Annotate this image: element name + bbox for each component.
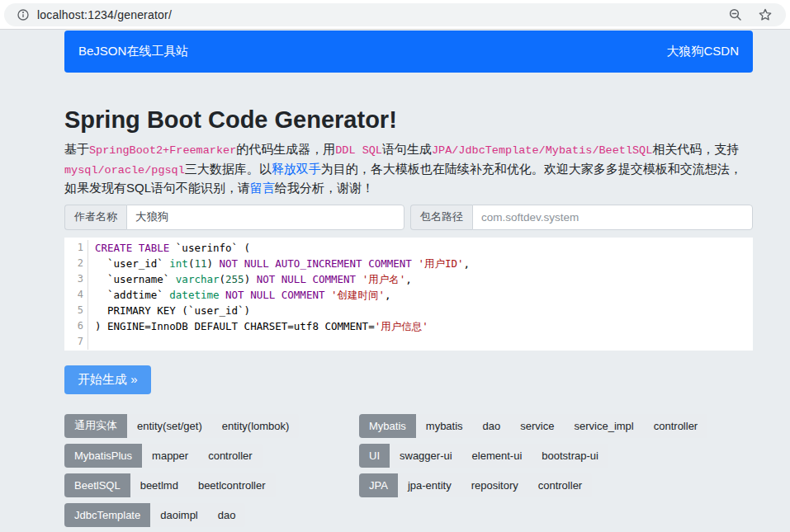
template-groups: 通用实体entity(set/get)entity(lombok)Mybatis… <box>64 414 753 532</box>
description-text: 基于 <box>64 142 89 156</box>
template-item-button[interactable]: dao <box>473 414 511 438</box>
group-label-button[interactable]: JPA <box>359 473 398 497</box>
code-span: SpringBoot2+Freemarker <box>89 144 236 157</box>
template-item-button[interactable]: element-ui <box>462 444 532 468</box>
template-item-button[interactable]: jpa-entity <box>398 473 461 497</box>
navbar-brand-link[interactable]: BeJSON在线工具站 <box>78 44 188 59</box>
group-label-button[interactable]: UI <box>359 444 390 468</box>
package-label: 包名路径 <box>410 205 472 230</box>
description-text: 给我分析，谢谢！ <box>275 181 374 195</box>
page-title: Spring Boot Code Generator! <box>64 106 753 134</box>
info-icon[interactable] <box>12 4 34 26</box>
line-number: 6 <box>64 318 88 334</box>
code-line-content: `user_id` int(11) NOT NULL AUTO_INCREMEN… <box>88 256 470 271</box>
template-item-button[interactable]: service_impl <box>564 414 643 438</box>
description-text: 语句生成 <box>382 142 432 156</box>
author-input-group: 作者名称 <box>64 205 404 230</box>
sql-code-editor[interactable]: 1CREATE TABLE `userinfo` (2 `user_id` in… <box>64 238 753 351</box>
description-text: 三大数据库。以 <box>185 162 272 176</box>
zoom-out-icon[interactable] <box>725 4 746 26</box>
template-group-mybatisplus: MybatisPlusmappercontroller <box>64 444 263 468</box>
code-line[interactable]: 6) ENGINE=InnoDB DEFAULT CHARSET=utf8 CO… <box>64 318 753 334</box>
template-group-jdbctemplate: JdbcTemplatedaoimpldao <box>64 503 245 527</box>
group-label-button[interactable]: BeetlSQL <box>64 473 130 497</box>
description-text: 的代码生成器，用 <box>236 142 335 156</box>
template-item-button[interactable]: mybatis <box>416 414 473 438</box>
code-line-content: ) ENGINE=InnoDB DEFAULT CHARSET=utf8 COM… <box>88 318 428 334</box>
template-group-beetlsql: BeetlSQLbeetlmdbeetlcontroller <box>64 473 276 497</box>
template-group-ui: UIswagger-uielement-uibootstrap-ui <box>359 444 608 468</box>
package-input[interactable] <box>472 205 753 230</box>
package-input-group: 包名路径 <box>410 205 753 230</box>
code-line[interactable]: 3 `username` varchar(255) NOT NULL COMME… <box>64 271 753 287</box>
browser-chrome: localhost:1234/generator/ <box>0 0 790 30</box>
form-row: 作者名称 包名路径 <box>64 205 753 230</box>
template-item-button[interactable]: beetlcontroller <box>188 473 276 497</box>
navbar-csdn-link[interactable]: 大狼狗CSDN <box>666 44 739 59</box>
template-item-button[interactable]: bootstrap-ui <box>532 444 608 468</box>
author-label: 作者名称 <box>64 205 126 230</box>
template-item-button[interactable]: entity(set/get) <box>127 414 212 438</box>
code-line-content: `addtime` datetime NOT NULL COMMENT '创建时… <box>88 287 391 303</box>
line-number: 1 <box>64 240 88 256</box>
template-item-button[interactable]: mapper <box>142 444 198 468</box>
template-item-button[interactable]: controller <box>528 473 592 497</box>
template-item-button[interactable]: beetlmd <box>130 473 188 497</box>
url-text[interactable]: localhost:1234/generator/ <box>37 8 725 21</box>
template-groups-left-column: 通用实体entity(set/get)entity(lombok)Mybatis… <box>64 414 359 532</box>
code-line-content: `username` varchar(255) NOT NULL COMMENT… <box>88 271 412 287</box>
line-number: 3 <box>64 271 88 287</box>
code-span: mysql/oracle/pgsql <box>64 164 185 177</box>
template-item-button[interactable]: entity(lombok) <box>212 414 300 438</box>
template-group-jpa: JPAjpa-entityrepositorycontroller <box>359 473 592 497</box>
line-number: 5 <box>64 303 88 318</box>
template-item-button[interactable]: service <box>510 414 564 438</box>
code-line[interactable]: 5 PRIMARY KEY (`user_id`) <box>64 303 753 318</box>
template-group-通用实体: 通用实体entity(set/get)entity(lombok) <box>64 414 299 438</box>
group-label-button[interactable]: JdbcTemplate <box>64 503 150 527</box>
description: 基于SpringBoot2+Freemarker的代码生成器，用DDL SQL语… <box>64 140 753 197</box>
group-label-button[interactable]: 通用实体 <box>64 414 127 438</box>
author-input[interactable] <box>126 205 404 230</box>
generate-button[interactable]: 开始生成 » <box>64 365 151 394</box>
code-span: DDL SQL <box>335 144 382 157</box>
template-item-button[interactable]: repository <box>461 473 528 497</box>
code-line[interactable]: 7 <box>64 334 753 350</box>
line-number: 4 <box>64 287 88 303</box>
template-groups-right-column: Mybatismybatisdaoserviceservice_implcont… <box>359 414 753 532</box>
code-line[interactable]: 2 `user_id` int(11) NOT NULL AUTO_INCREM… <box>64 256 753 271</box>
template-item-button[interactable]: controller <box>198 444 262 468</box>
description-link[interactable]: 留言 <box>250 181 275 195</box>
navbar: BeJSON在线工具站 大狼狗CSDN <box>64 31 753 73</box>
description-text: 相关代码，支持 <box>652 142 739 156</box>
template-item-button[interactable]: swagger-ui <box>390 444 462 468</box>
code-line-content: PRIMARY KEY (`user_id`) <box>88 303 250 318</box>
template-item-button[interactable]: daoimpl <box>150 503 208 527</box>
description-link[interactable]: 释放双手 <box>272 162 321 176</box>
code-line[interactable]: 4 `addtime` datetime NOT NULL COMMENT '创… <box>64 287 753 303</box>
group-label-button[interactable]: MybatisPlus <box>64 444 142 468</box>
line-number: 2 <box>64 256 88 271</box>
address-bar[interactable]: localhost:1234/generator/ <box>4 3 786 26</box>
group-label-button[interactable]: Mybatis <box>359 414 416 438</box>
template-group-mybatis: Mybatismybatisdaoserviceservice_implcont… <box>359 414 707 438</box>
template-item-button[interactable]: dao <box>208 503 246 527</box>
code-line-content <box>88 334 95 350</box>
code-span: JPA/JdbcTemplate/Mybatis/BeetlSQL <box>432 144 652 157</box>
code-line[interactable]: 1CREATE TABLE `userinfo` ( <box>64 240 753 256</box>
line-number: 7 <box>64 334 88 350</box>
star-icon[interactable] <box>755 4 776 26</box>
page-container: BeJSON在线工具站 大狼狗CSDN Spring Boot Code Gen… <box>64 31 753 532</box>
code-line-content: CREATE TABLE `userinfo` ( <box>88 240 250 256</box>
template-item-button[interactable]: controller <box>644 414 707 438</box>
